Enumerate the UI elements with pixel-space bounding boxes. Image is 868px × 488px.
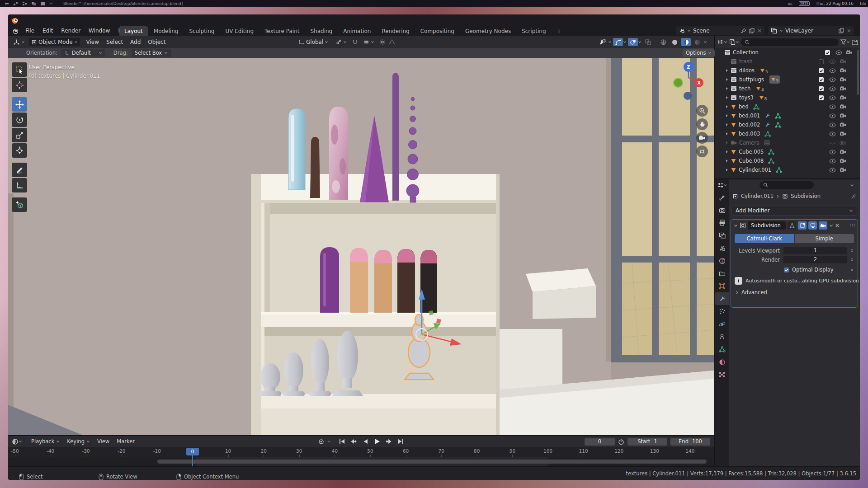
outliner-row-dildos[interactable]: dildos5 [715,66,860,75]
properties-tab-object[interactable] [715,280,729,292]
gizmos-dropdown[interactable] [613,38,627,46]
workspace-tab-geometry-nodes[interactable]: Geometry Nodes [460,26,516,36]
tool-cursor-button[interactable] [12,78,27,92]
properties-tab-scene[interactable] [715,242,729,254]
checkbox-checked-toggle[interactable] [818,68,824,74]
modifier-oncage-toggle[interactable] [788,221,796,230]
modifier-extras-icon[interactable] [829,224,833,228]
object-visibility-dropdown[interactable] [598,38,612,46]
scene-selector[interactable]: Scene [676,26,764,35]
optimal-display-checkbox[interactable] [783,267,789,273]
falloff-curve-icon[interactable] [388,39,396,45]
proportional-editing-icon[interactable] [379,39,386,45]
chevron-down-icon[interactable] [850,183,854,188]
expand-icon[interactable] [725,141,729,145]
expand-icon[interactable] [725,168,729,172]
overlays-dropdown[interactable] [628,38,642,46]
remove-view-layer-icon[interactable] [847,28,851,33]
workspace-tab-layout[interactable]: Layout [119,26,148,36]
breadcrumb-modifier[interactable]: Subdivision [791,193,821,199]
tool-transform-button[interactable] [12,143,27,158]
editor-type-selector[interactable] [717,39,727,46]
expand-icon[interactable] [725,123,729,127]
properties-search-input[interactable] [760,181,814,189]
menu-render[interactable]: Render [57,26,85,36]
timeline-menu-marker[interactable]: Marker [113,437,138,446]
camera-toggle[interactable] [840,68,846,73]
new-collection-button[interactable] [852,39,858,45]
viewport-menu-view[interactable]: View [83,38,103,47]
tool-annotate-button[interactable] [12,163,27,177]
eye-toggle[interactable] [829,131,836,136]
workspace-tab-shading[interactable]: Shading [305,26,337,36]
properties-tab-particles[interactable] [715,305,729,318]
camera-disabled-toggle[interactable] [840,140,846,145]
camera-toggle[interactable] [840,59,846,64]
eye-toggle[interactable] [829,86,836,91]
eye-toggle[interactable] [829,77,836,82]
xray-toggle[interactable] [643,38,653,46]
modifier-editmode-toggle[interactable] [798,221,807,230]
eye-toggle[interactable] [829,150,836,155]
expand-icon[interactable] [725,87,729,90]
zoom-view-button[interactable] [696,105,708,117]
close-modifier-icon[interactable] [835,223,840,228]
checkbox-checked-toggle[interactable] [825,50,830,56]
breadcrumb-object[interactable]: Cylinder.011 [741,193,774,199]
subdivision-type-catmull-clark[interactable]: Catmull-Clark [735,234,794,243]
jump-to-start-button[interactable] [336,437,347,446]
outliner-row-bed-001[interactable]: bed.001 [715,111,860,120]
outliner-row-toys3[interactable]: toys38 [715,93,860,102]
playhead[interactable] [192,454,193,466]
eye-toggle[interactable] [835,50,842,55]
camera-toggle[interactable] [840,86,846,91]
timeline-ruler[interactable]: -50-40-30-20-101020304050607080901001101… [8,447,714,457]
outliner-row-collection[interactable]: Collection [715,48,860,57]
modifier-render-toggle[interactable] [819,221,827,230]
play-reverse-button[interactable] [360,437,371,446]
workspace-tab-modeling[interactable]: Modeling [149,26,184,36]
animate-dot[interactable] [851,249,853,252]
drag-handle-icon[interactable] [849,223,855,228]
expand-icon[interactable] [725,132,729,136]
properties-tab-tool[interactable] [715,191,729,204]
workspace-tab-rendering[interactable]: Rendering [377,26,414,36]
modifier-name-field[interactable]: Subdivision [748,221,786,230]
workspace-tab-scripting[interactable]: Scripting [517,26,551,36]
camera-toggle[interactable] [840,77,846,82]
current-frame-field[interactable]: 0 [585,438,615,446]
jump-to-end-button[interactable] [395,437,406,446]
render-field[interactable]: 2 [783,256,847,263]
add-workspace-button[interactable]: + [552,26,566,36]
camera-toggle[interactable] [846,50,853,55]
outliner-row-camera[interactable]: Camera [715,138,860,147]
eye-toggle[interactable] [829,95,836,100]
camera-toggle[interactable] [840,104,846,109]
pin-icon[interactable] [741,28,746,33]
outliner-row-bed-002[interactable]: bed.002 [715,120,860,129]
options-button[interactable]: Options [683,49,715,57]
tool-select-box-button[interactable] [12,62,27,77]
viewport-menu-object[interactable]: Object [144,38,169,47]
outliner-search-input[interactable] [741,38,839,46]
eye-toggle[interactable] [829,168,836,173]
expand-icon[interactable] [725,69,729,72]
checkbox-empty-toggle[interactable] [818,59,824,65]
pan-view-button[interactable] [696,118,708,130]
camera-view-button[interactable] [696,132,708,144]
tool-rotate-button[interactable] [12,113,27,127]
checkbox-checked-toggle[interactable] [818,95,824,101]
filter-dropdown[interactable] [840,39,850,45]
auto-keying-button[interactable] [316,437,326,446]
outliner-row-bed[interactable]: bed [715,102,860,111]
snap-with-dropdown[interactable] [361,38,377,46]
snap-magnet-icon[interactable] [352,39,359,46]
modifier-realtime-toggle[interactable] [808,221,817,230]
frame-start-field[interactable]: Start1 [627,438,667,446]
workspace-tab-compositing[interactable]: Compositing [415,26,459,36]
camera-toggle[interactable] [840,113,846,118]
eye-toggle[interactable] [829,59,836,64]
outliner-row-tech[interactable]: tech4 [715,84,860,93]
eye-toggle[interactable] [829,159,836,164]
workspace-tab-sculpting[interactable]: Sculpting [184,26,219,36]
